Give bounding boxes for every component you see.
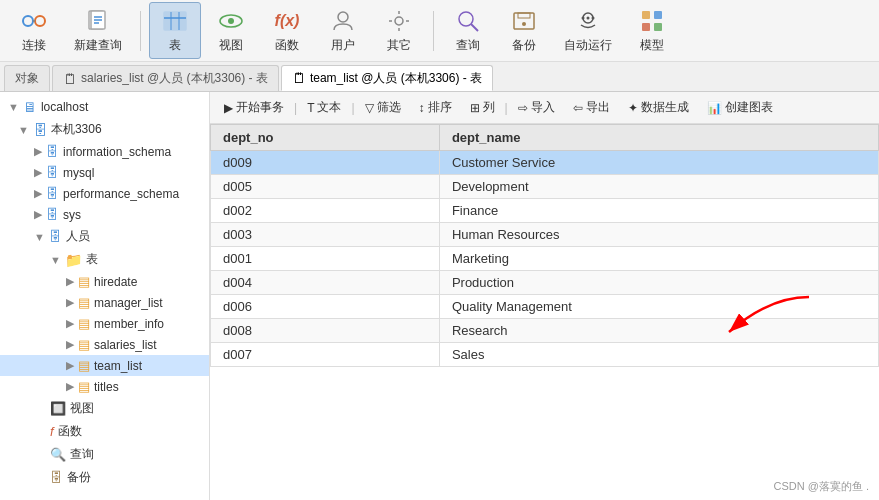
svg-point-14	[338, 12, 348, 22]
tab-salaries-label: salaries_list @人员 (本机3306) - 表	[81, 70, 268, 87]
toolbar-query[interactable]: 查询	[442, 3, 494, 58]
main-area: ▼ 🖥 localhost ▼ 🗄 本机3306 ▶ 🗄 information…	[0, 92, 879, 500]
expand-icon-sl: ▶	[66, 338, 74, 351]
table-row[interactable]: d004Production	[211, 271, 879, 295]
sidebar-item-sys[interactable]: ▶ 🗄 sys	[0, 204, 209, 225]
action-bar: ▶ 开始事务 | T 文本 | ▽ 筛选 ↕ 排序 ⊞ 列 |	[210, 92, 879, 124]
generate-label: 数据生成	[641, 99, 689, 116]
sidebar-item-team-list[interactable]: ▶ ▤ team_list	[0, 355, 209, 376]
sidebar-mysql-label: mysql	[63, 166, 94, 180]
filter-icon: ▽	[365, 101, 374, 115]
begin-tx-label: 开始事务	[236, 99, 284, 116]
sidebar-item-information-schema[interactable]: ▶ 🗄 information_schema	[0, 141, 209, 162]
cell-dept-no: d002	[211, 199, 440, 223]
autorun-label: 自动运行	[564, 37, 612, 54]
toolbar-newquery[interactable]: 新建查询	[64, 3, 132, 58]
cell-dept-no: d007	[211, 343, 440, 367]
sidebar-item-chaxun[interactable]: 🔍 查询	[0, 443, 209, 466]
filter-label: 筛选	[377, 99, 401, 116]
connect-label: 连接	[22, 37, 46, 54]
table-row[interactable]: d006Quality Management	[211, 295, 879, 319]
connect-icon	[20, 7, 48, 35]
tab-team-label: team_list @人员 (本机3306) - 表	[310, 70, 482, 87]
toolbar-view[interactable]: 视图	[205, 3, 257, 58]
begin-tx-button[interactable]: ▶ 开始事务	[216, 96, 292, 119]
data-table: dept_no dept_name d009Customer Serviced0…	[210, 124, 879, 367]
tab-team-icon: 🗒	[292, 70, 306, 86]
text-label: 文本	[317, 99, 341, 116]
newquery-label: 新建查询	[74, 37, 122, 54]
toolbar-function[interactable]: f(x) 函数	[261, 3, 313, 58]
svg-rect-8	[164, 12, 186, 30]
table-row[interactable]: d003Human Resources	[211, 223, 879, 247]
sidebar-item-hanshu[interactable]: f 函数	[0, 420, 209, 443]
svg-point-0	[23, 16, 33, 26]
sidebar-item-mysql[interactable]: ▶ 🗄 mysql	[0, 162, 209, 183]
svg-point-15	[395, 17, 403, 25]
user-icon	[329, 7, 357, 35]
toolbar-connect[interactable]: 连接	[8, 3, 60, 58]
expand-icon-ti: ▶	[66, 380, 74, 393]
sidebar-item-member-info[interactable]: ▶ ▤ member_info	[0, 313, 209, 334]
columns-button[interactable]: ⊞ 列	[462, 96, 503, 119]
cell-dept-name: Customer Service	[439, 151, 878, 175]
create-chart-button[interactable]: 📊 创建图表	[699, 96, 781, 119]
localhost-db-icon: 🖥	[23, 99, 37, 115]
table-icon	[161, 7, 189, 35]
cell-dept-name: Research	[439, 319, 878, 343]
sidebar-item-shitu[interactable]: 🔲 视图	[0, 397, 209, 420]
sidebar-item-befen[interactable]: 🗄 备份	[0, 466, 209, 489]
sidebar-performance-schema-label: performance_schema	[63, 187, 179, 201]
table-row[interactable]: d005Development	[211, 175, 879, 199]
expand-icon-local: ▼	[18, 124, 29, 136]
table-row[interactable]: d001Marketing	[211, 247, 879, 271]
sidebar-item-localhost[interactable]: ▼ 🖥 localhost	[0, 96, 209, 118]
import-button[interactable]: ⇨ 导入	[510, 96, 563, 119]
toolbar-autorun[interactable]: 自动运行	[554, 3, 622, 58]
svg-point-27	[587, 17, 590, 20]
svg-point-28	[592, 17, 595, 20]
shitu-icon: 🔲	[50, 401, 66, 416]
sep3: |	[505, 101, 508, 115]
sidebar-item-local3306[interactable]: ▼ 🗄 本机3306	[0, 118, 209, 141]
toolbar-model[interactable]: 模型	[626, 3, 678, 58]
table-row[interactable]: d008Research	[211, 319, 879, 343]
table-row[interactable]: d002Finance	[211, 199, 879, 223]
member-table-icon: ▤	[78, 316, 90, 331]
sort-button[interactable]: ↕ 排序	[411, 96, 460, 119]
sidebar-item-titles[interactable]: ▶ ▤ titles	[0, 376, 209, 397]
toolbar: 连接 新建查询 表	[0, 0, 879, 62]
svg-point-26	[582, 17, 585, 20]
tab-team[interactable]: 🗒 team_list @人员 (本机3306) - 表	[281, 65, 493, 91]
generate-button[interactable]: ✦ 数据生成	[620, 96, 697, 119]
sidebar-item-renyuan[interactable]: ▼ 🗄 人员	[0, 225, 209, 248]
export-label: 导出	[586, 99, 610, 116]
export-button[interactable]: ⇦ 导出	[565, 96, 618, 119]
expand-icon-ry: ▼	[34, 231, 45, 243]
tab-object[interactable]: 对象	[4, 65, 50, 91]
sidebar-item-manager-list[interactable]: ▶ ▤ manager_list	[0, 292, 209, 313]
filter-button[interactable]: ▽ 筛选	[357, 96, 409, 119]
toolbar-user[interactable]: 用户	[317, 3, 369, 58]
sidebar-item-biao[interactable]: ▼ 📁 表	[0, 248, 209, 271]
sidebar-item-hiredate[interactable]: ▶ ▤ hiredate	[0, 271, 209, 292]
cell-dept-no: d006	[211, 295, 440, 319]
sep1: |	[294, 101, 297, 115]
toolbar-other[interactable]: 其它	[373, 3, 425, 58]
table-row[interactable]: d007Sales	[211, 343, 879, 367]
text-icon: T	[307, 101, 314, 115]
toolbar-backup[interactable]: 备份	[498, 3, 550, 58]
sidebar-item-performance-schema[interactable]: ▶ 🗄 performance_schema	[0, 183, 209, 204]
table-row[interactable]: d009Customer Service	[211, 151, 879, 175]
expand-icon-mysql: ▶	[34, 166, 42, 179]
begin-tx-icon: ▶	[224, 101, 233, 115]
local3306-db-icon: 🗄	[33, 122, 47, 138]
columns-label: 列	[483, 99, 495, 116]
tab-salaries[interactable]: 🗒 salaries_list @人员 (本机3306) - 表	[52, 65, 279, 91]
svg-point-20	[459, 12, 473, 26]
text-button[interactable]: T 文本	[299, 96, 349, 119]
toolbar-table[interactable]: 表	[149, 2, 201, 59]
team-table-icon: ▤	[78, 358, 90, 373]
toolbar-divider-1	[140, 11, 141, 51]
sidebar-item-salaries-list[interactable]: ▶ ▤ salaries_list	[0, 334, 209, 355]
